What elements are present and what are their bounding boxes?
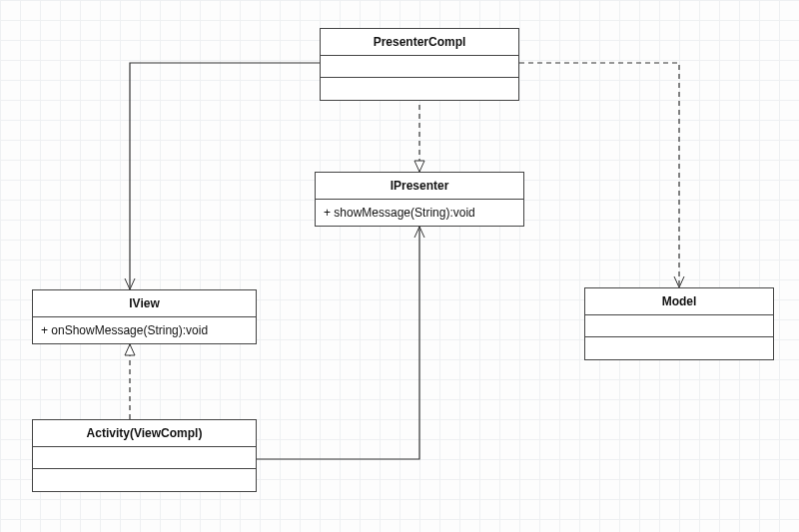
- class-title: IView: [33, 290, 256, 317]
- class-operations: + showMessage(String):void: [316, 200, 523, 226]
- class-attributes: [33, 447, 256, 469]
- edge-presentercompl-to-iview: [130, 63, 320, 289]
- class-activity: Activity(ViewCompl): [32, 419, 257, 492]
- class-title: Activity(ViewCompl): [33, 420, 256, 447]
- class-ipresenter: IPresenter + showMessage(String):void: [315, 172, 524, 227]
- operation: + onShowMessage(String):void: [41, 323, 208, 337]
- class-iview: IView + onShowMessage(String):void: [32, 289, 257, 344]
- class-title: PresenterCompl: [321, 29, 518, 56]
- class-model: Model: [584, 287, 774, 360]
- diagram-canvas: PresenterCompl IPresenter + showMessage(…: [0, 0, 799, 532]
- operation: + showMessage(String):void: [324, 206, 475, 220]
- class-attributes: [321, 56, 518, 78]
- edge-presentercompl-to-model: [519, 63, 679, 287]
- class-title: IPresenter: [316, 173, 523, 200]
- class-operations: [33, 469, 256, 491]
- class-attributes: [585, 315, 773, 337]
- class-operations: [321, 78, 518, 100]
- class-operations: [585, 337, 773, 359]
- class-presenter-compl: PresenterCompl: [320, 28, 519, 101]
- edge-activity-to-ipresenter: [257, 227, 419, 459]
- class-operations: + onShowMessage(String):void: [33, 317, 256, 343]
- class-title: Model: [585, 288, 773, 315]
